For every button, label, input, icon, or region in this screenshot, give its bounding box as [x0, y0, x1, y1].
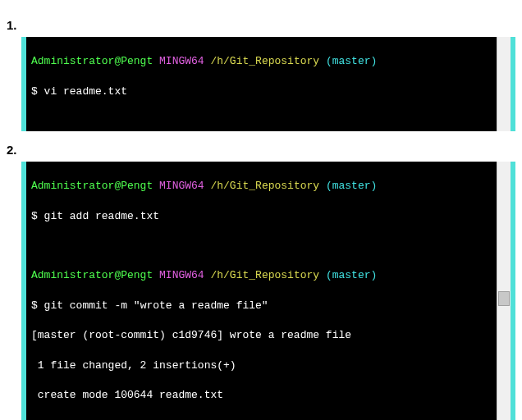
- prompt-branch: (master): [326, 180, 377, 192]
- terminal-content-1: Administrator@Pengt MINGW64 /h/Git_Repos…: [26, 37, 497, 131]
- terminal-block-1: Administrator@Pengt MINGW64 /h/Git_Repos…: [21, 37, 515, 131]
- prompt-branch: (master): [326, 269, 377, 281]
- scrollbar-thumb[interactable]: [498, 291, 510, 306]
- command-git-add: git add readme.txt: [44, 210, 159, 222]
- terminal-right-edge: [511, 37, 515, 131]
- prompt-branch: (master): [326, 55, 377, 67]
- prompt-dollar: $: [31, 210, 44, 222]
- terminal-content-2: Administrator@Pengt MINGW64 /h/Git_Repos…: [26, 162, 497, 420]
- list-number-1: 1.: [7, 18, 515, 32]
- prompt-dollar: $: [31, 299, 44, 312]
- prompt-user: Administrator@Pengt: [31, 269, 153, 281]
- prompt-path: /h/Git_Repository: [210, 269, 319, 281]
- prompt-host: MINGW64: [159, 180, 204, 192]
- prompt-path: /h/Git_Repository: [210, 180, 319, 192]
- output-file-changed: 1 file changed, 2 insertions(+): [31, 358, 492, 373]
- prompt-dollar: $: [31, 85, 44, 98]
- terminal-right-edge: [511, 162, 515, 420]
- prompt-user: Administrator@Pengt: [31, 180, 153, 192]
- prompt-host: MINGW64: [159, 55, 204, 67]
- scrollbar[interactable]: [497, 162, 511, 420]
- terminal-block-2: Administrator@Pengt MINGW64 /h/Git_Repos…: [21, 162, 515, 420]
- output-create-mode: create mode 100644 readme.txt: [31, 388, 492, 403]
- prompt-user: Administrator@Pengt: [31, 55, 153, 67]
- output-commit-summary: [master (root-commit) c1d9746] wrote a r…: [31, 328, 492, 343]
- prompt-path: /h/Git_Repository: [210, 55, 319, 67]
- scrollbar[interactable]: [497, 37, 511, 131]
- command-vi: vi readme.txt: [44, 85, 127, 98]
- list-number-2: 2.: [7, 143, 515, 157]
- command-git-commit: git commit -m "wrote a readme file": [44, 299, 268, 312]
- prompt-host: MINGW64: [159, 269, 204, 281]
